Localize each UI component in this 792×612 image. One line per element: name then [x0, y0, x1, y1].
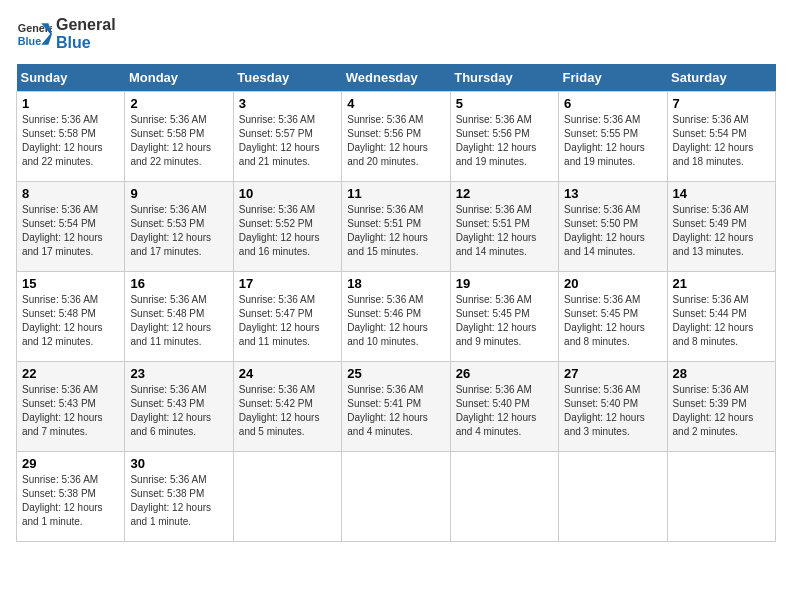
- day-number: 2: [130, 96, 227, 111]
- col-thursday: Thursday: [450, 64, 558, 92]
- calendar-cell: 12Sunrise: 5:36 AM Sunset: 5:51 PM Dayli…: [450, 182, 558, 272]
- day-number: 12: [456, 186, 553, 201]
- calendar-cell: 21Sunrise: 5:36 AM Sunset: 5:44 PM Dayli…: [667, 272, 775, 362]
- calendar-week-5: 29Sunrise: 5:36 AM Sunset: 5:38 PM Dayli…: [17, 452, 776, 542]
- day-number: 4: [347, 96, 444, 111]
- logo-general: General: [56, 16, 116, 34]
- day-number: 26: [456, 366, 553, 381]
- calendar-cell: 16Sunrise: 5:36 AM Sunset: 5:48 PM Dayli…: [125, 272, 233, 362]
- calendar-cell: 15Sunrise: 5:36 AM Sunset: 5:48 PM Dayli…: [17, 272, 125, 362]
- day-number: 20: [564, 276, 661, 291]
- day-number: 19: [456, 276, 553, 291]
- calendar-cell: 4Sunrise: 5:36 AM Sunset: 5:56 PM Daylig…: [342, 92, 450, 182]
- calendar-week-2: 8Sunrise: 5:36 AM Sunset: 5:54 PM Daylig…: [17, 182, 776, 272]
- day-info: Sunrise: 5:36 AM Sunset: 5:39 PM Dayligh…: [673, 383, 770, 439]
- col-sunday: Sunday: [17, 64, 125, 92]
- col-tuesday: Tuesday: [233, 64, 341, 92]
- header-row: Sunday Monday Tuesday Wednesday Thursday…: [17, 64, 776, 92]
- day-info: Sunrise: 5:36 AM Sunset: 5:38 PM Dayligh…: [22, 473, 119, 529]
- day-number: 6: [564, 96, 661, 111]
- day-number: 5: [456, 96, 553, 111]
- day-number: 23: [130, 366, 227, 381]
- day-number: 25: [347, 366, 444, 381]
- day-info: Sunrise: 5:36 AM Sunset: 5:44 PM Dayligh…: [673, 293, 770, 349]
- day-info: Sunrise: 5:36 AM Sunset: 5:51 PM Dayligh…: [347, 203, 444, 259]
- day-number: 29: [22, 456, 119, 471]
- calendar-cell: 13Sunrise: 5:36 AM Sunset: 5:50 PM Dayli…: [559, 182, 667, 272]
- logo-blue: Blue: [56, 34, 116, 52]
- col-saturday: Saturday: [667, 64, 775, 92]
- calendar-week-3: 15Sunrise: 5:36 AM Sunset: 5:48 PM Dayli…: [17, 272, 776, 362]
- calendar-cell: 6Sunrise: 5:36 AM Sunset: 5:55 PM Daylig…: [559, 92, 667, 182]
- calendar-cell: 7Sunrise: 5:36 AM Sunset: 5:54 PM Daylig…: [667, 92, 775, 182]
- calendar-cell: 26Sunrise: 5:36 AM Sunset: 5:40 PM Dayli…: [450, 362, 558, 452]
- day-info: Sunrise: 5:36 AM Sunset: 5:55 PM Dayligh…: [564, 113, 661, 169]
- day-info: Sunrise: 5:36 AM Sunset: 5:48 PM Dayligh…: [22, 293, 119, 349]
- day-number: 27: [564, 366, 661, 381]
- calendar-cell: 18Sunrise: 5:36 AM Sunset: 5:46 PM Dayli…: [342, 272, 450, 362]
- day-info: Sunrise: 5:36 AM Sunset: 5:56 PM Dayligh…: [347, 113, 444, 169]
- col-wednesday: Wednesday: [342, 64, 450, 92]
- day-info: Sunrise: 5:36 AM Sunset: 5:54 PM Dayligh…: [22, 203, 119, 259]
- calendar-table: Sunday Monday Tuesday Wednesday Thursday…: [16, 64, 776, 542]
- day-info: Sunrise: 5:36 AM Sunset: 5:53 PM Dayligh…: [130, 203, 227, 259]
- day-info: Sunrise: 5:36 AM Sunset: 5:50 PM Dayligh…: [564, 203, 661, 259]
- day-info: Sunrise: 5:36 AM Sunset: 5:45 PM Dayligh…: [456, 293, 553, 349]
- day-info: Sunrise: 5:36 AM Sunset: 5:48 PM Dayligh…: [130, 293, 227, 349]
- calendar-cell: 30Sunrise: 5:36 AM Sunset: 5:38 PM Dayli…: [125, 452, 233, 542]
- calendar-cell: 19Sunrise: 5:36 AM Sunset: 5:45 PM Dayli…: [450, 272, 558, 362]
- calendar-cell: [559, 452, 667, 542]
- day-info: Sunrise: 5:36 AM Sunset: 5:51 PM Dayligh…: [456, 203, 553, 259]
- day-number: 21: [673, 276, 770, 291]
- day-number: 11: [347, 186, 444, 201]
- day-info: Sunrise: 5:36 AM Sunset: 5:42 PM Dayligh…: [239, 383, 336, 439]
- day-number: 13: [564, 186, 661, 201]
- calendar-cell: 25Sunrise: 5:36 AM Sunset: 5:41 PM Dayli…: [342, 362, 450, 452]
- day-info: Sunrise: 5:36 AM Sunset: 5:40 PM Dayligh…: [456, 383, 553, 439]
- calendar-cell: 2Sunrise: 5:36 AM Sunset: 5:58 PM Daylig…: [125, 92, 233, 182]
- calendar-cell: 22Sunrise: 5:36 AM Sunset: 5:43 PM Dayli…: [17, 362, 125, 452]
- day-info: Sunrise: 5:36 AM Sunset: 5:58 PM Dayligh…: [22, 113, 119, 169]
- day-number: 14: [673, 186, 770, 201]
- day-info: Sunrise: 5:36 AM Sunset: 5:54 PM Dayligh…: [673, 113, 770, 169]
- calendar-cell: 27Sunrise: 5:36 AM Sunset: 5:40 PM Dayli…: [559, 362, 667, 452]
- day-info: Sunrise: 5:36 AM Sunset: 5:46 PM Dayligh…: [347, 293, 444, 349]
- day-info: Sunrise: 5:36 AM Sunset: 5:43 PM Dayligh…: [130, 383, 227, 439]
- day-info: Sunrise: 5:36 AM Sunset: 5:57 PM Dayligh…: [239, 113, 336, 169]
- day-number: 3: [239, 96, 336, 111]
- calendar-cell: 29Sunrise: 5:36 AM Sunset: 5:38 PM Dayli…: [17, 452, 125, 542]
- logo: General Blue General Blue: [16, 16, 116, 52]
- svg-text:Blue: Blue: [18, 35, 41, 47]
- calendar-cell: 10Sunrise: 5:36 AM Sunset: 5:52 PM Dayli…: [233, 182, 341, 272]
- day-info: Sunrise: 5:36 AM Sunset: 5:52 PM Dayligh…: [239, 203, 336, 259]
- calendar-week-1: 1Sunrise: 5:36 AM Sunset: 5:58 PM Daylig…: [17, 92, 776, 182]
- calendar-cell: [342, 452, 450, 542]
- calendar-cell: 9Sunrise: 5:36 AM Sunset: 5:53 PM Daylig…: [125, 182, 233, 272]
- day-info: Sunrise: 5:36 AM Sunset: 5:49 PM Dayligh…: [673, 203, 770, 259]
- day-number: 9: [130, 186, 227, 201]
- header: General Blue General Blue: [16, 16, 776, 52]
- day-number: 7: [673, 96, 770, 111]
- day-number: 16: [130, 276, 227, 291]
- calendar-cell: 8Sunrise: 5:36 AM Sunset: 5:54 PM Daylig…: [17, 182, 125, 272]
- day-info: Sunrise: 5:36 AM Sunset: 5:47 PM Dayligh…: [239, 293, 336, 349]
- day-number: 22: [22, 366, 119, 381]
- calendar-cell: 24Sunrise: 5:36 AM Sunset: 5:42 PM Dayli…: [233, 362, 341, 452]
- calendar-cell: 3Sunrise: 5:36 AM Sunset: 5:57 PM Daylig…: [233, 92, 341, 182]
- day-info: Sunrise: 5:36 AM Sunset: 5:56 PM Dayligh…: [456, 113, 553, 169]
- day-info: Sunrise: 5:36 AM Sunset: 5:41 PM Dayligh…: [347, 383, 444, 439]
- day-number: 17: [239, 276, 336, 291]
- day-info: Sunrise: 5:36 AM Sunset: 5:38 PM Dayligh…: [130, 473, 227, 529]
- day-number: 10: [239, 186, 336, 201]
- calendar-cell: 20Sunrise: 5:36 AM Sunset: 5:45 PM Dayli…: [559, 272, 667, 362]
- calendar-cell: 11Sunrise: 5:36 AM Sunset: 5:51 PM Dayli…: [342, 182, 450, 272]
- day-info: Sunrise: 5:36 AM Sunset: 5:45 PM Dayligh…: [564, 293, 661, 349]
- day-number: 18: [347, 276, 444, 291]
- day-number: 24: [239, 366, 336, 381]
- calendar-cell: 1Sunrise: 5:36 AM Sunset: 5:58 PM Daylig…: [17, 92, 125, 182]
- calendar-cell: 28Sunrise: 5:36 AM Sunset: 5:39 PM Dayli…: [667, 362, 775, 452]
- day-info: Sunrise: 5:36 AM Sunset: 5:40 PM Dayligh…: [564, 383, 661, 439]
- calendar-cell: [450, 452, 558, 542]
- day-info: Sunrise: 5:36 AM Sunset: 5:58 PM Dayligh…: [130, 113, 227, 169]
- day-number: 28: [673, 366, 770, 381]
